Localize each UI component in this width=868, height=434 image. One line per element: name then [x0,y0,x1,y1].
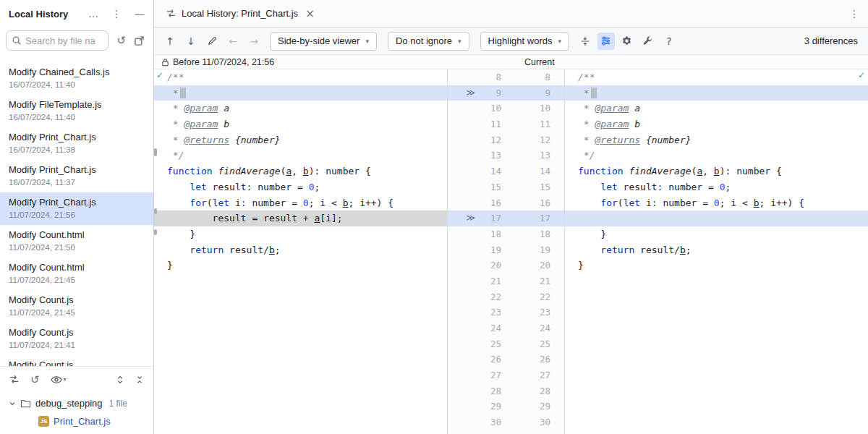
diff-tab-icon [166,8,176,19]
diff-body: /** * * @param a * @param b * @returns {… [154,69,868,434]
tab-bar: Local History: Print_Chart.js × ⋮ [154,0,868,27]
diff-viewer: Local History: Print_Chart.js × ⋮ ↑ ↓ ← … [154,0,868,434]
expand-all-icon[interactable] [115,375,125,385]
collapse-unchanged-icon[interactable] [576,33,594,50]
history-item[interactable]: Modify FileTemplate.js16/07/2024, 11:40 [0,95,153,127]
diff-change-marker-icon [448,148,475,163]
gutter-row: 1111 [448,116,564,132]
code-line: } [154,226,447,242]
gutter-row: 2222 [448,289,564,305]
history-item-title: Modify Chained_Calls.js [9,66,145,79]
history-item-date: 11/07/2024, 21:45 [9,274,145,286]
history-item-title: Modify Count.js [9,294,145,307]
diff-change-marker-icon [448,132,475,148]
diff-header: Before 11/07/2024, 21:56 Current [154,55,868,69]
edit-source-icon[interactable] [203,33,221,50]
history-item-title: Modify Print_Chart.js [9,163,145,176]
line-number-gutter: 88≫991010111112121313141415151616≫171718… [447,69,565,434]
open-in-editor-icon[interactable] [134,35,145,46]
code-line: } [565,226,868,242]
gutter-row: 2828 [448,383,564,399]
code-line: let result: number = 0; [565,179,868,195]
line-number-current: 24 [501,320,550,336]
line-number-current: 30 [501,414,550,430]
diff-change-marker-icon [448,367,475,383]
revert-selection-icon[interactable]: ↺ [30,373,40,386]
hide-panel-icon[interactable]: — [135,8,145,20]
line-number-before: 14 [475,163,501,179]
diff-change-marker-icon [448,273,475,289]
current-editor-pane[interactable]: /** * * @param a * @param b * @returns {… [565,69,868,434]
folder-icon [20,399,31,408]
diff-change-marker-icon: ≫ [448,210,475,226]
line-number-before: 21 [475,273,501,289]
line-number-before: 16 [475,195,501,211]
diff-change-marker-icon [448,258,475,273]
next-difference-icon[interactable]: ↓ [182,33,200,50]
before-label: Before 11/07/2024, 21:56 [173,57,274,67]
history-item[interactable]: Modify Count.js11/07/2024, 21:41 [0,323,153,355]
tab-local-history[interactable]: Local History: Print_Chart.js × [163,0,318,27]
line-number-current: 23 [501,305,550,320]
history-item[interactable]: Modify Count.js [0,355,153,366]
prev-difference-icon[interactable]: ↑ [161,33,179,50]
code-line: } [154,258,447,273]
diff-change-marker-icon [448,383,475,399]
line-number-current: 9 [501,85,550,101]
change-marker [154,229,157,235]
history-item-title: Modify Count.js [9,326,145,339]
gutter-row: ≫1717 [448,210,564,226]
revert-icon[interactable]: ↺ [116,34,126,47]
history-item[interactable]: Modify Count.html11/07/2024, 21:45 [0,258,153,290]
line-number-current: 17 [501,210,550,226]
gear-icon[interactable] [618,33,636,50]
code-line: */ [154,148,447,163]
search-box[interactable] [6,30,109,51]
history-item[interactable]: Modify Count.html11/07/2024, 21:50 [0,225,153,258]
chevron-down-icon: ▾ [458,38,461,45]
close-tab-icon[interactable]: × [305,7,315,20]
chevron-down-icon[interactable] [9,400,16,407]
line-number-current: 26 [501,352,550,367]
code-line: for(let i: number = 0; i < b; i++) { [565,195,868,211]
history-item[interactable]: Modify Print_Chart.js11/07/2024, 21:56 [0,192,153,225]
history-item[interactable]: Modify Chained_Calls.js16/07/2024, 11:40 [0,62,153,95]
tree-folder-name: debug_stepping [35,398,103,409]
search-input[interactable] [25,35,103,46]
gutter-row: 88 [448,69,564,85]
kebab-menu-icon[interactable]: ⋮ [849,8,859,20]
overflow-ellipsis-icon[interactable]: … [88,8,98,20]
history-item[interactable]: Modify Print_Chart.js16/07/2024, 11:38 [0,127,153,160]
line-number-before: 13 [475,148,501,163]
line-number-current: 29 [501,399,550,414]
code-line: for(let i: number = 0; i < b; i++) { [154,195,447,211]
gutter-row: 2929 [448,399,564,414]
history-item-date: 16/07/2024, 11:38 [9,144,145,156]
help-icon[interactable]: ? [660,33,678,50]
history-item[interactable]: Modify Print_Chart.js16/07/2024, 11:37 [0,160,153,192]
before-editor-pane[interactable]: /** * * @param a * @param b * @returns {… [154,69,447,434]
show-diff-icon[interactable] [9,374,20,385]
before-label-group: Before 11/07/2024, 21:56 [154,57,274,67]
line-number-before: 24 [475,320,501,336]
diff-settings-icon[interactable] [597,33,615,50]
ignore-policy-dropdown[interactable]: Do not ignore ▾ [388,32,469,51]
collapse-all-icon[interactable] [135,375,145,385]
tree-folder-row[interactable]: debug_stepping 1 file [0,394,153,412]
viewer-mode-dropdown[interactable]: Side-by-side viewer ▾ [270,32,377,51]
diff-change-marker-icon [448,289,475,305]
history-item-title: Modify Count.js [9,359,145,366]
tree-file-row[interactable]: JS Print_Chart.js [0,412,153,430]
chevron-down-icon: ▾ [64,376,67,383]
kebab-menu-icon[interactable]: ⋮ [111,8,122,20]
sidebar: Local History … ⋮ — ↺ Modify Chained_Cal… [0,0,154,434]
line-number-current: 10 [501,101,550,116]
highlight-mode-dropdown[interactable]: Highlight words ▾ [480,32,569,51]
line-number-before: 27 [475,367,501,383]
back-icon[interactable]: ← [224,33,242,50]
diff-change-marker-icon [448,163,475,179]
preview-filter-icon[interactable]: ▾ [51,375,67,384]
external-tools-icon[interactable] [639,33,657,50]
forward-icon[interactable]: → [245,33,263,50]
history-item[interactable]: Modify Count.js11/07/2024, 21:45 [0,290,153,323]
